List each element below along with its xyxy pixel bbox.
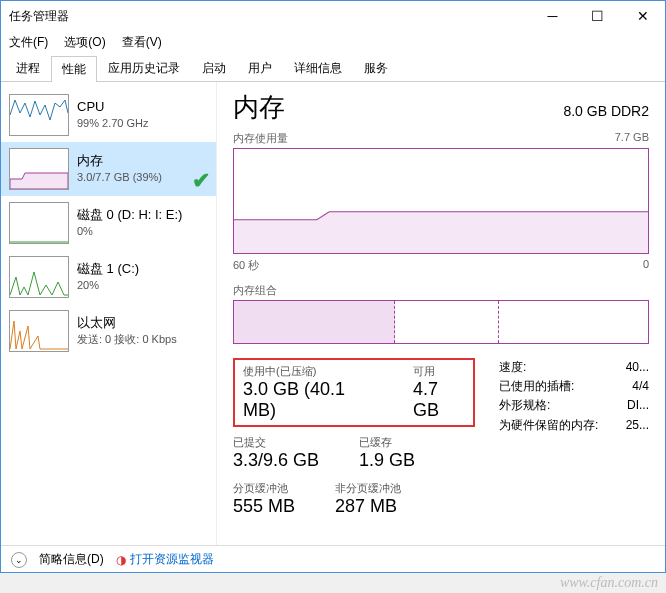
paged-label: 分页缓冲池 <box>233 481 295 496</box>
collapse-icon[interactable]: ⌄ <box>11 552 27 568</box>
cached-value: 1.9 GB <box>359 450 415 471</box>
sidebar-item-sub: 0% <box>77 224 182 239</box>
tab-details[interactable]: 详细信息 <box>283 55 353 81</box>
minimize-button[interactable]: ─ <box>530 1 575 31</box>
tab-startup[interactable]: 启动 <box>191 55 237 81</box>
avail-label: 可用 <box>413 364 465 379</box>
menu-options[interactable]: 选项(O) <box>60 32 109 53</box>
checkmark-icon: ✔ <box>192 168 210 194</box>
sidebar-item-sub: 发送: 0 接收: 0 Kbps <box>77 332 177 347</box>
svg-marker-0 <box>10 173 68 189</box>
sidebar-item-sub: 3.0/7.7 GB (39%) <box>77 170 162 185</box>
nonpaged-label: 非分页缓冲池 <box>335 481 401 496</box>
tab-apphistory[interactable]: 应用历史记录 <box>97 55 191 81</box>
disk-thumb <box>9 202 69 244</box>
speed-value: 40... <box>626 358 649 377</box>
content: CPU 99% 2.70 GHz 内存 3.0/7.7 GB (39%) ✔ <box>1 82 665 545</box>
reserved-label: 为硬件保留的内存: <box>499 416 598 435</box>
titlebar: 任务管理器 ─ ☐ ✕ <box>1 1 665 31</box>
memory-specs: 速度:40... 已使用的插槽:4/4 外形规格:DI... 为硬件保留的内存:… <box>499 358 649 527</box>
sidebar-item-label: CPU <box>77 98 149 116</box>
sidebar: CPU 99% 2.70 GHz 内存 3.0/7.7 GB (39%) ✔ <box>1 82 216 545</box>
nonpaged-value: 287 MB <box>335 496 401 517</box>
sidebar-item-sub: 20% <box>77 278 139 293</box>
sidebar-item-label: 内存 <box>77 152 162 170</box>
task-manager-window: 任务管理器 ─ ☐ ✕ 文件(F) 选项(O) 查看(V) 进程 性能 应用历史… <box>0 0 666 573</box>
menu-file[interactable]: 文件(F) <box>5 32 52 53</box>
sidebar-item-label: 磁盘 0 (D: H: I: E:) <box>77 206 182 224</box>
form-label: 外形规格: <box>499 396 550 415</box>
resource-monitor-label: 打开资源监视器 <box>130 551 214 568</box>
committed-value: 3.3/9.6 GB <box>233 450 319 471</box>
memory-composition-chart[interactable] <box>233 300 649 344</box>
menubar: 文件(F) 选项(O) 查看(V) <box>1 31 665 53</box>
highlighted-stats: 使用中(已压缩) 3.0 GB (40.1 MB) 可用 4.7 GB <box>233 358 475 427</box>
maximize-button[interactable]: ☐ <box>575 1 620 31</box>
sidebar-item-disk1[interactable]: 磁盘 1 (C:) 20% <box>1 250 216 304</box>
reserved-value: 25... <box>626 416 649 435</box>
tab-users[interactable]: 用户 <box>237 55 283 81</box>
monitor-icon: ◑ <box>116 553 126 567</box>
disk-thumb <box>9 256 69 298</box>
composition-label: 内存组合 <box>233 283 277 298</box>
inuse-value: 3.0 GB (40.1 MB) <box>243 379 373 421</box>
cached-label: 已缓存 <box>359 435 415 450</box>
paged-value: 555 MB <box>233 496 295 517</box>
usage-label: 内存使用量 <box>233 131 288 146</box>
speed-label: 速度: <box>499 358 526 377</box>
usage-max: 7.7 GB <box>615 131 649 146</box>
slots-value: 4/4 <box>632 377 649 396</box>
main-panel: 内存 8.0 GB DDR2 内存使用量 7.7 GB 60 秒 0 内存组合 <box>216 82 665 545</box>
cpu-thumb <box>9 94 69 136</box>
window-title: 任务管理器 <box>9 8 530 25</box>
sidebar-item-label: 以太网 <box>77 314 177 332</box>
committed-label: 已提交 <box>233 435 319 450</box>
slots-label: 已使用的插槽: <box>499 377 574 396</box>
page-title: 内存 <box>233 90 285 125</box>
memory-total: 8.0 GB DDR2 <box>563 103 649 119</box>
inuse-label: 使用中(已压缩) <box>243 364 373 379</box>
resource-monitor-link[interactable]: ◑ 打开资源监视器 <box>116 551 214 568</box>
memory-usage-chart[interactable] <box>233 148 649 254</box>
menu-view[interactable]: 查看(V) <box>118 32 166 53</box>
sidebar-item-disk0[interactable]: 磁盘 0 (D: H: I: E:) 0% <box>1 196 216 250</box>
x-axis-left: 60 秒 <box>233 258 259 273</box>
svg-marker-1 <box>234 212 648 253</box>
sidebar-item-sub: 99% 2.70 GHz <box>77 116 149 131</box>
close-button[interactable]: ✕ <box>620 1 665 31</box>
x-axis-right: 0 <box>643 258 649 273</box>
ethernet-thumb <box>9 310 69 352</box>
tab-services[interactable]: 服务 <box>353 55 399 81</box>
tab-processes[interactable]: 进程 <box>5 55 51 81</box>
memory-thumb <box>9 148 69 190</box>
footer: ⌄ 简略信息(D) ◑ 打开资源监视器 <box>1 545 665 573</box>
watermark: www.cfan.com.cn <box>560 575 658 591</box>
sidebar-item-label: 磁盘 1 (C:) <box>77 260 139 278</box>
sidebar-item-ethernet[interactable]: 以太网 发送: 0 接收: 0 Kbps <box>1 304 216 358</box>
sidebar-item-memory[interactable]: 内存 3.0/7.7 GB (39%) ✔ <box>1 142 216 196</box>
tab-performance[interactable]: 性能 <box>51 56 97 82</box>
sidebar-item-cpu[interactable]: CPU 99% 2.70 GHz <box>1 88 216 142</box>
tabs: 进程 性能 应用历史记录 启动 用户 详细信息 服务 <box>1 55 665 82</box>
avail-value: 4.7 GB <box>413 379 465 421</box>
form-value: DI... <box>627 396 649 415</box>
brief-info-link[interactable]: 简略信息(D) <box>39 551 104 568</box>
